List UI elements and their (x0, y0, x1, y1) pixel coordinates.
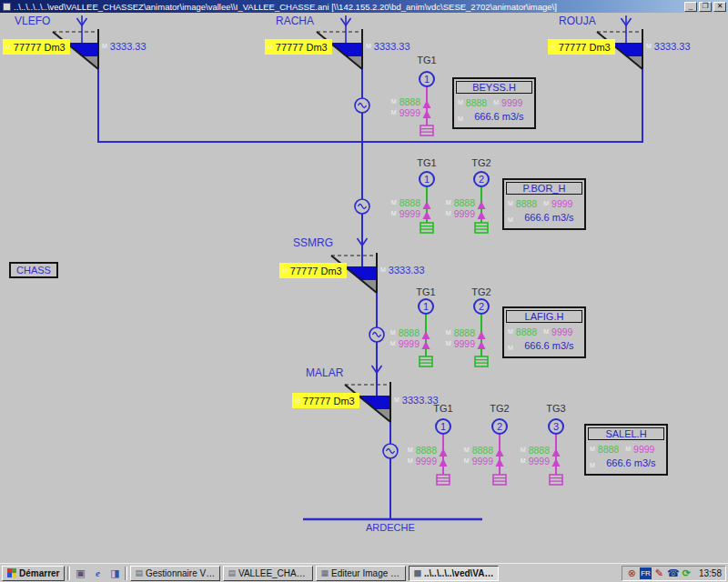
reservoir-volume-badge[interactable]: M77777 Dm3 (3, 39, 70, 55)
show-desktop-icon: ▣ (76, 567, 85, 578)
reservoir-name: VLEFO (15, 15, 50, 27)
taskbar: Démarrer ▣ e ◨ ▤ Gestionnaire VDC/VED ▤ … (0, 563, 728, 582)
generator-icon (355, 98, 369, 113)
refresh-icon[interactable]: ⟳ (681, 567, 693, 579)
close-button[interactable]: ✕ (713, 2, 726, 12)
maximize-button[interactable]: ❐ (699, 2, 712, 12)
mute-icon[interactable]: ⊗ (626, 567, 638, 579)
internet-explorer-icon: e (96, 567, 100, 578)
gate-icon (420, 125, 433, 135)
unit-label: TG3 (542, 403, 570, 414)
unit-values: M8888 M9999 (448, 445, 493, 467)
unit-values: M8888 M9999 (375, 197, 420, 219)
unit-circle[interactable]: 2 (473, 171, 490, 187)
plant-title: BEYSS.H (456, 81, 532, 94)
quicklaunch-internet-explorer[interactable]: e (90, 566, 105, 580)
reservoir-volume-badge[interactable]: M77777 Dm3 (265, 39, 332, 55)
taskbar-task-gestionnaire[interactable]: ▤ Gestionnaire VDC/VED (130, 566, 220, 581)
taskbar-divider (125, 567, 127, 580)
window-icon: ▤ (228, 568, 236, 577)
station-badge[interactable]: CHASS (9, 262, 58, 278)
system-tray: ⊗ FR ✎ ☎ ⟳ 13:58 (622, 566, 726, 581)
unit-label: TG1 (413, 55, 440, 65)
quicklaunch-media-player[interactable]: ◨ (107, 566, 122, 580)
window-title: ..\..\..\..\..\ved\VALLEE_CHASSEZ\animat… (14, 2, 681, 12)
inflow-line (82, 15, 626, 43)
unit-circle[interactable]: 1 (419, 71, 435, 87)
gate-icon (493, 475, 506, 485)
taskbar-task-editeur-image[interactable]: ▦ Editeur Image : ..\..\..\.. (316, 566, 406, 581)
application-window: ..\..\..\..\..\ved\VALLEE_CHASSEZ\animat… (0, 0, 728, 582)
unit-values: M8888 M9999 (391, 445, 437, 467)
unit-label: TG1 (412, 286, 440, 297)
plant-info-box[interactable]: BEYSS.H M8888M9999 M666.6 m3/s (452, 77, 536, 129)
unit-circle[interactable]: 1 (418, 298, 434, 315)
window-icon: ▤ (135, 568, 143, 577)
reservoir-name: MALAR (306, 366, 343, 379)
unit-circle[interactable]: 1 (419, 171, 435, 187)
unit-circle[interactable]: 2 (491, 418, 508, 435)
unit-values: M8888 M9999 (375, 96, 420, 118)
window-titlebar: ..\..\..\..\..\ved\VALLEE_CHASSEZ\animat… (0, 0, 728, 13)
unit-values: M8888 M9999 (430, 197, 475, 219)
taskbar-divider (67, 567, 70, 580)
taskbar-task-active-vallee[interactable]: ▦ ..\..\..\..\ved\VALLEE_... (409, 566, 499, 581)
bus-line (98, 69, 642, 142)
unit-circle[interactable]: 2 (473, 298, 490, 315)
unit-values: M8888 M9999 (504, 445, 550, 467)
plant-title: LAFIG.H (506, 310, 582, 323)
reservoir-volume-badge[interactable]: M77777 Dm3 (548, 39, 615, 55)
unit-circle[interactable]: 1 (435, 418, 451, 435)
pen-icon[interactable]: ✎ (653, 567, 665, 579)
gate-icon (420, 223, 433, 233)
gate-icon (437, 475, 450, 485)
gate-icon (475, 223, 488, 233)
unit-circle[interactable]: 3 (548, 418, 564, 435)
generator-icon (355, 199, 369, 214)
windows-logo-icon (7, 568, 16, 577)
quicklaunch-show-desktop[interactable]: ▣ (73, 566, 87, 580)
scheme-graphics (0, 0, 728, 582)
gate-icon (475, 356, 488, 366)
unit-label: TG1 (430, 403, 457, 414)
reservoir-volume-badge[interactable]: M77777 Dm3 (292, 393, 359, 408)
reservoir-name: SSMRG (293, 236, 333, 249)
river-label: ARDECHE (366, 522, 415, 533)
reservoir-volume-badge[interactable]: M77777 Dm3 (279, 263, 347, 278)
reservoir-level: M3333.33 (366, 41, 410, 52)
reservoir-name: ROUJA (559, 15, 596, 27)
unit-label: TG2 (468, 286, 495, 297)
unit-values: M8888 M9999 (430, 327, 475, 349)
gate-icon (420, 356, 432, 366)
window-icon (3, 3, 11, 11)
gate-icon (550, 475, 562, 485)
plant-info-box[interactable]: P.BOR_H M8888M9999 M666.6 m3/s (502, 178, 586, 230)
minimize-button[interactable]: _ (684, 2, 697, 12)
plant-title: SALEL.H (588, 427, 664, 440)
media-player-icon: ◨ (110, 567, 119, 578)
taskbar-clock: 13:58 (699, 568, 722, 578)
image-editor-icon: ▦ (320, 568, 329, 577)
plant-info-box[interactable]: LAFIG.H M8888M9999 M666.6 m3/s (502, 306, 586, 358)
valley-scheme-canvas: VLEFO M77777 Dm3 M3333.33 RACHA M77777 D… (0, 0, 728, 582)
unit-label: TG2 (468, 157, 495, 168)
reservoir-name: RACHA (276, 15, 314, 27)
language-indicator[interactable]: FR (640, 567, 652, 579)
unit-label: TG2 (486, 403, 513, 414)
unit-label: TG1 (413, 157, 440, 168)
plant-title: P.BOR_H (506, 182, 582, 195)
plant-info-box[interactable]: SALEL.H M8888M9999 M666.6 m3/s (584, 424, 668, 476)
reservoir-level: M3333.33 (646, 41, 691, 52)
phone-icon[interactable]: ☎ (667, 567, 679, 579)
start-button[interactable]: Démarrer (2, 566, 65, 581)
image-editor-icon: ▦ (413, 568, 421, 577)
reservoir-level: M3333.33 (102, 41, 147, 52)
taskbar-task-vallee-chassez[interactable]: ▤ VALLEE_CHASSEZ - Cont... (223, 566, 313, 581)
unit-values: M8888 M9999 (374, 327, 420, 349)
window-controls: _ ❐ ✕ (684, 2, 726, 12)
reservoir-level: M3333.33 (380, 265, 425, 276)
